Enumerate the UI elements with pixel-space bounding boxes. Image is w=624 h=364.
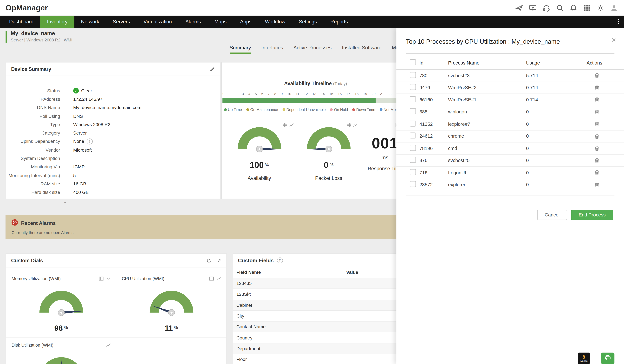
settings-gear-icon[interactable] [596, 3, 605, 12]
nav-item-servers[interactable]: Servers [106, 16, 137, 28]
tab-interfaces[interactable]: Interfaces [261, 43, 283, 54]
chart-mini-icon[interactable] [289, 121, 294, 129]
help-icon[interactable]: ? [277, 257, 283, 263]
expand-icon[interactable] [217, 258, 221, 262]
chart-mini-icon[interactable] [353, 121, 357, 129]
select-all-checkbox[interactable] [410, 59, 416, 65]
timeline-tick: 1 [229, 92, 231, 96]
legend-item: On Hold [330, 107, 348, 112]
row-checkbox[interactable] [410, 157, 416, 163]
tab-active-processes[interactable]: Active Processes [293, 43, 332, 54]
process-actions [587, 85, 614, 90]
field-value: DNS [73, 114, 83, 118]
close-icon[interactable]: × [611, 36, 616, 44]
legend-label: Down Time [356, 107, 375, 112]
timeline-tick: 21 [380, 92, 384, 96]
delete-process-icon[interactable] [595, 97, 599, 102]
process-row: 23572explorer0 [396, 179, 624, 191]
delete-process-icon[interactable] [595, 73, 599, 78]
delete-process-icon[interactable] [595, 109, 599, 115]
nav-item-apps[interactable]: Apps [233, 16, 258, 28]
field-value: 16 GB [73, 182, 86, 186]
delete-process-icon[interactable] [595, 122, 599, 127]
row-checkbox[interactable] [410, 169, 416, 175]
user-icon[interactable] [610, 3, 619, 12]
app-logo[interactable]: OpManager [5, 3, 48, 12]
nav-item-alarms[interactable]: Alarms [179, 16, 208, 28]
dial-gauge [6, 353, 116, 364]
process-actions [587, 97, 614, 102]
support-widget-button[interactable] [601, 353, 614, 364]
nav-item-workflow[interactable]: Workflow [258, 16, 292, 28]
row-checkbox-cell [410, 120, 419, 128]
row-checkbox[interactable] [410, 72, 416, 78]
row-checkbox[interactable] [410, 133, 416, 139]
row-checkbox[interactable] [410, 108, 416, 114]
nav-item-dashboard[interactable]: Dashboard [2, 16, 40, 28]
table-mini-icon[interactable] [209, 277, 214, 281]
delete-process-icon[interactable] [595, 170, 599, 175]
process-usage: 0.714 [526, 85, 587, 90]
cancel-button[interactable]: Cancel [537, 210, 567, 220]
nav-item-network[interactable]: Network [74, 16, 106, 28]
dial-label: Memory Utilization (WMI) [12, 276, 61, 281]
table-mini-icon[interactable] [99, 277, 104, 281]
nav-item-inventory[interactable]: Inventory [40, 16, 74, 28]
process-actions [587, 133, 614, 139]
timeline-tick: 8 [274, 92, 276, 96]
legend-item: Dependent Unavailable [283, 107, 326, 112]
alarm-count-badge[interactable]: 8 Alarms [578, 353, 590, 364]
notifications-icon[interactable] [569, 3, 578, 12]
row-checkbox[interactable] [410, 120, 416, 127]
row-checkbox[interactable] [410, 181, 416, 187]
process-row: 78196cmd0 [396, 143, 624, 155]
process-usage: 0 [526, 170, 587, 175]
delete-process-icon[interactable] [595, 182, 599, 187]
edit-pencil-icon[interactable] [210, 66, 215, 72]
delete-process-icon[interactable] [595, 85, 599, 90]
summary-field-row: CategoryServer [6, 129, 220, 137]
nav-item-reports[interactable]: Reports [324, 16, 354, 28]
table-mini-icon[interactable] [346, 121, 351, 129]
apps-grid-icon[interactable] [583, 3, 591, 12]
search-icon[interactable] [556, 3, 564, 12]
tab-installed-software[interactable]: Installed Software [342, 43, 381, 54]
chart-mini-icon[interactable] [216, 277, 221, 281]
timeline-period: (Today) [333, 81, 347, 86]
screen-share-icon[interactable] [528, 3, 537, 12]
process-table-header: IdProcess NameUsageActions [396, 56, 624, 70]
delete-process-icon[interactable] [595, 133, 599, 139]
timeline-tick: 18 [355, 92, 359, 96]
chart-mini-icon[interactable] [106, 277, 111, 281]
headset-icon[interactable] [542, 3, 551, 12]
field-value-text: DNS [73, 114, 83, 118]
legend-dot [380, 108, 382, 111]
process-name: WmiPrvSE#1 [448, 97, 526, 103]
process-row: 716LogonUI0 [396, 167, 624, 179]
nav-item-settings[interactable]: Settings [292, 16, 324, 28]
table-mini-icon[interactable] [283, 121, 287, 129]
chart-mini-icon[interactable] [106, 343, 111, 347]
scroll-down-icon[interactable]: ▼ [64, 201, 66, 204]
row-checkbox-cell [410, 181, 419, 188]
tab-summary[interactable]: Summary [230, 43, 251, 54]
more-menu-icon[interactable] [618, 19, 619, 24]
timeline-tick: 20 [371, 92, 376, 96]
nav-item-virtualization[interactable]: Virtualization [137, 16, 179, 28]
field-label: DNS Name [6, 105, 60, 110]
process-name: chrome [448, 133, 526, 139]
help-icon[interactable]: ? [87, 138, 93, 144]
recent-alarms-title: Recent Alarms [21, 220, 56, 226]
row-checkbox[interactable] [410, 96, 416, 102]
end-process-button[interactable]: End Process [571, 210, 613, 220]
field-value: None? [73, 138, 93, 144]
row-checkbox[interactable] [410, 84, 416, 90]
row-checkbox[interactable] [410, 145, 416, 151]
device-meta: Server | Windows 2008 R2 | WMI [11, 37, 72, 42]
refresh-icon[interactable] [207, 258, 211, 263]
nav-item-maps[interactable]: Maps [208, 16, 233, 28]
process-id: 78196 [419, 146, 448, 151]
delete-process-icon[interactable] [595, 158, 599, 163]
rocket-icon[interactable] [515, 3, 524, 12]
delete-process-icon[interactable] [595, 146, 599, 151]
